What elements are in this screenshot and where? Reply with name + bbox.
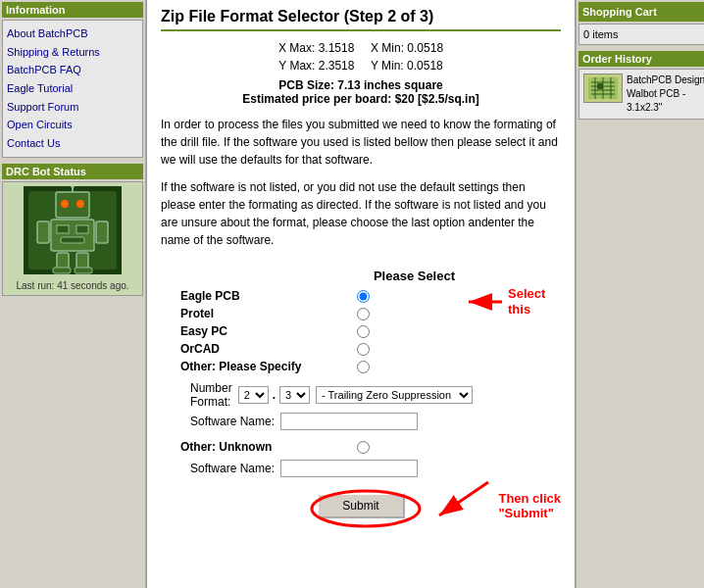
radio-row-orcad: OrCAD [161,340,473,358]
then-click-submit-text: Then click"Submit" [498,491,561,521]
sidebar-link-about[interactable]: About BatchPCB [7,24,138,43]
trailing-zero-select[interactable]: - Trailing Zero Suppression - Leading Ze… [316,386,473,404]
order-history-content: BatchPCB Design :Walbot PCB - 3.1x2.3" [578,69,704,120]
format-select-left[interactable]: 2 3 4 [238,386,269,404]
drc-section-header: DRC Bot Status [2,164,143,179]
left-sidebar: Information About BatchPCB Shipping & Re… [0,0,145,588]
software-name-row-1: Software Name: [161,413,473,430]
y-min: Y Min: 0.0518 [371,59,443,73]
number-format-label: Number Format: [190,381,232,409]
right-sidebar: Shopping Cart □ 0 items Order History [577,0,704,588]
format-select-right[interactable]: 3 2 4 [279,386,310,404]
other-unknown-label: Other: Unknown [161,440,357,454]
select-this-annotation: Selectthis [465,286,545,317]
number-format-row: Number Format: 2 3 4 . 3 2 4 [161,381,473,409]
dot-separator: . [273,388,276,402]
info-paragraph-2: If the software is not listed, or you di… [161,178,561,249]
svg-line-21 [439,482,488,515]
radio-eagle[interactable] [357,290,370,303]
radio-protel[interactable] [357,308,370,320]
pcb-size: PCB Size: 7.13 inches square [161,78,561,92]
main-content: Zip File Format Selector (Step 2 of 3) X… [146,0,576,588]
shopping-cart-label: Shopping Cart [582,6,657,18]
software-name-label-2: Software Name: [190,462,275,475]
sidebar-links: About BatchPCB Shipping & Returns BatchP… [2,20,143,158]
radio-orcad[interactable] [357,343,370,356]
shopping-cart-header: Shopping Cart □ [578,2,704,22]
radio-row-easypc: Easy PC [161,322,473,340]
cart-content: 0 items [578,24,704,45]
software-name-input-1[interactable] [280,413,418,430]
svg-rect-11 [37,221,49,243]
svg-rect-12 [96,221,108,243]
software-name-label-1: Software Name: [190,415,275,428]
history-pcb-icon [583,74,623,103]
radio-other-specify[interactable] [357,361,370,373]
x-max: X Max: 3.1518 [278,41,354,55]
software-name-input-2[interactable] [280,460,418,477]
sidebar-link-support[interactable]: Support Forum [7,98,138,117]
est-price-label: Estimated price per board: [242,92,391,106]
svg-point-4 [76,200,84,208]
radio-row-other-specify: Other: Please Specify [161,358,473,375]
select-arrow-icon [465,290,504,314]
select-this-text: Selectthis [508,286,545,317]
svg-rect-15 [53,268,71,273]
coord-block: X Max: 3.1518 X Min: 0.0518 Y Max: 2.351… [161,41,561,106]
page-title: Zip File Format Selector (Step 2 of 3) [161,8,561,31]
svg-rect-31 [597,83,603,89]
drc-content: Last run: 41 seconds ago. [2,181,143,296]
easypc-label: Easy PC [161,324,357,338]
annotation-area: Selectthis [473,259,561,273]
pcb-size-label: PCB Size: [278,78,334,92]
y-max-min-line: Y Max: 2.3518 Y Min: 0.0518 [161,59,561,73]
info-section-header: Information [2,2,143,18]
history-item-text: BatchPCB Design :Walbot PCB - 3.1x2.3" [627,74,704,115]
svg-rect-9 [76,225,88,233]
sidebar-link-eagle[interactable]: Eagle Tutorial [7,79,138,98]
sidebar-link-contact[interactable]: Contact Us [7,134,138,153]
then-click-submit-annotation: Then click"Submit" [420,472,561,526]
sidebar-link-shipping[interactable]: Shipping & Returns [7,43,138,62]
radio-other-unknown[interactable] [357,441,370,454]
eagle-pcb-label: Eagle PCB [161,289,357,303]
svg-rect-10 [61,237,84,243]
svg-rect-16 [75,268,92,273]
protel-label: Protel [161,307,357,320]
radio-row-protel: Protel [161,305,473,322]
est-price-value: $20 [$2.5/sq.in] [395,92,479,106]
x-min: X Min: 0.0518 [371,41,443,55]
last-run-text: Last run: 41 seconds ago. [7,280,138,291]
estimated-price: Estimated price per board: $20 [$2.5/sq.… [161,92,561,106]
robot-image [24,186,122,274]
submit-button[interactable]: Submit [317,493,404,518]
info-paragraph-1: In order to process the files you submit… [161,116,561,169]
submit-arrow-icon [420,472,498,521]
please-select-label: Please Select [161,269,473,283]
svg-point-3 [61,200,69,208]
pcb-thumbnail [585,74,621,102]
xy-max-min-line: X Max: 3.1518 X Min: 0.0518 [161,41,561,55]
order-history-header: Order History [578,51,704,67]
radio-row-eagle: Eagle PCB [161,287,473,305]
pcb-size-value: 7.13 inches square [337,78,442,92]
radio-row-other-unknown: Other: Unknown [161,438,473,456]
svg-rect-2 [56,192,89,218]
orcad-label: OrCAD [161,342,357,356]
svg-rect-8 [57,225,69,233]
svg-rect-7 [51,220,94,251]
sidebar-link-faq[interactable]: BatchPCB FAQ [7,61,138,79]
sidebar-link-open[interactable]: Open Circuits [7,116,138,134]
cart-items-count: 0 items [583,28,618,40]
y-max: Y Max: 2.3518 [278,59,354,73]
radio-easypc[interactable] [357,325,370,338]
other-specify-label: Other: Please Specify [161,360,357,373]
